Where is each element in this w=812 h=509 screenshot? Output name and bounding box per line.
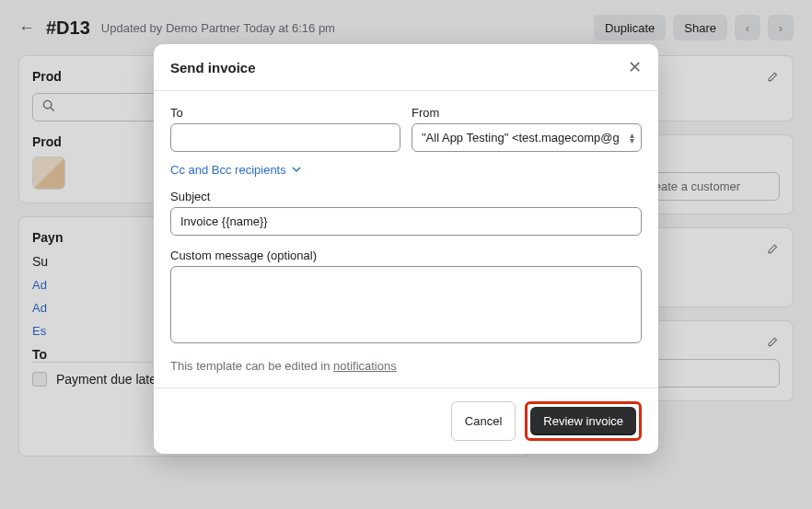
chevron-down-icon <box>292 163 301 177</box>
custom-message-textarea[interactable] <box>170 266 642 343</box>
custom-message-label: Custom message (optional) <box>170 249 642 262</box>
to-label: To <box>170 106 400 120</box>
subject-input[interactable] <box>170 207 642 236</box>
close-button[interactable]: ✕ <box>628 57 642 77</box>
notifications-link[interactable]: notifications <box>333 359 397 373</box>
cc-bcc-label: Cc and Bcc recipients <box>170 163 286 177</box>
review-invoice-button[interactable]: Review invoice <box>530 407 636 435</box>
template-note: This template can be edited in notificat… <box>170 359 642 373</box>
from-select[interactable] <box>412 123 642 152</box>
to-input[interactable] <box>170 123 400 152</box>
subject-label: Subject <box>170 190 642 203</box>
send-invoice-modal: Send invoice ✕ To From ▴▾ <box>154 44 658 454</box>
modal-overlay: Send invoice ✕ To From ▴▾ <box>0 0 812 509</box>
modal-title: Send invoice <box>170 60 256 75</box>
review-highlight: Review invoice <box>525 401 642 441</box>
cc-bcc-link[interactable]: Cc and Bcc recipients <box>170 163 301 177</box>
from-label: From <box>412 106 642 120</box>
cancel-button[interactable]: Cancel <box>451 401 516 441</box>
close-icon: ✕ <box>628 58 642 76</box>
